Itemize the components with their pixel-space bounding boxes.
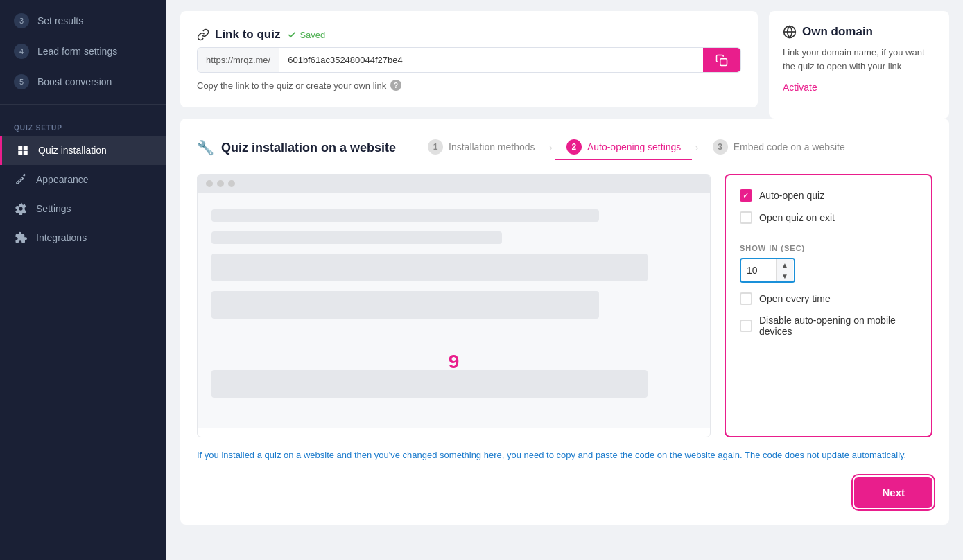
- activate-link[interactable]: Activate: [783, 82, 817, 93]
- url-input[interactable]: [279, 48, 703, 72]
- copy-icon: [715, 54, 728, 67]
- number-spinners: ▲ ▼: [776, 259, 793, 281]
- sidebar: 3 Set results 4 Lead form settings 5 Boo…: [0, 0, 166, 560]
- auto-open-label: Auto-open quiz: [759, 190, 824, 201]
- gear-icon: [14, 202, 28, 216]
- spin-down-button[interactable]: ▼: [777, 270, 793, 281]
- install-card: 🔧 Quiz installation on a website 1 Insta…: [180, 119, 949, 525]
- sidebar-item-label: Settings: [36, 203, 71, 214]
- svg-rect-0: [720, 58, 727, 65]
- sidebar-item-set-results[interactable]: 3 Set results: [0, 6, 166, 36]
- sidebar-item-integrations[interactable]: Integrations: [0, 223, 166, 252]
- skeleton-4: [211, 291, 599, 319]
- sidebar-item-lead-form[interactable]: 4 Lead form settings: [0, 36, 166, 67]
- tab-auto-opening[interactable]: 2 Auto-opening settings: [555, 135, 692, 160]
- globe-icon: [783, 25, 797, 39]
- next-button[interactable]: Next: [854, 477, 932, 508]
- open-every-time-label: Open every time: [759, 293, 831, 304]
- footer-row: Next: [197, 477, 932, 508]
- tab-num-2: 2: [566, 139, 582, 155]
- tabs: 1 Installation methods › 2 Auto-opening …: [417, 135, 856, 160]
- step-num-5: 5: [14, 74, 29, 89]
- brush-icon: [14, 173, 28, 186]
- install-header: 🔧 Quiz installation on a website 1 Insta…: [197, 135, 932, 160]
- show-in-label: SHOW IN (SEC): [740, 244, 917, 252]
- preview-body: 9: [198, 193, 710, 428]
- skeleton-2: [211, 231, 502, 244]
- skeleton-5: [211, 370, 648, 398]
- open-every-time-checkbox[interactable]: [740, 292, 752, 305]
- options-panel: Auto-open quiz Open quiz on exit SHOW IN…: [725, 174, 932, 437]
- open-on-exit-row: Open quiz on exit: [740, 211, 917, 224]
- sidebar-item-quiz-installation[interactable]: Quiz installation: [0, 136, 166, 165]
- main-content: Link to quiz Saved https://mrqz.me/ Copy…: [166, 0, 963, 560]
- preview-titlebar: [198, 175, 710, 193]
- spin-up-button[interactable]: ▲: [777, 259, 793, 270]
- tab-num-3: 3: [713, 139, 728, 155]
- grid-icon: [16, 143, 30, 157]
- link-title: Link to quiz: [197, 28, 280, 42]
- sidebar-item-label: Integrations: [36, 232, 87, 243]
- url-input-wrapper: https://mrqz.me/: [197, 47, 741, 73]
- url-prefix: https://mrqz.me/: [198, 48, 279, 72]
- open-on-exit-label: Open quiz on exit: [759, 212, 835, 223]
- dot-3: [228, 180, 235, 187]
- number-input-wrapper: ▲ ▼: [740, 258, 795, 283]
- sidebar-item-settings[interactable]: Settings: [0, 194, 166, 223]
- copy-button[interactable]: [703, 48, 740, 72]
- dot-1: [206, 180, 213, 187]
- tab-separator-2: ›: [695, 141, 698, 154]
- own-domain-desc: Link your domain name, if you want the q…: [783, 46, 935, 73]
- auto-open-checkbox[interactable]: [740, 189, 752, 202]
- tab-separator-1: ›: [549, 141, 553, 154]
- disable-mobile-checkbox[interactable]: [740, 320, 752, 332]
- sidebar-item-label: Boost conversion: [37, 76, 112, 87]
- info-text: If you installed a quiz on a website and…: [197, 448, 932, 463]
- sidebar-item-label: Quiz installation: [38, 145, 107, 156]
- link-to-quiz-card: Link to quiz Saved https://mrqz.me/ Copy…: [180, 11, 758, 107]
- content-area: 9 Auto-open quiz Open quiz on exit SHOW: [197, 174, 932, 437]
- skeleton-1: [211, 209, 599, 222]
- sidebar-item-label: Lead form settings: [37, 46, 117, 57]
- open-every-time-row: Open every time: [740, 292, 917, 305]
- divider-1: [740, 234, 917, 234]
- sidebar-item-label: Set results: [37, 15, 83, 26]
- disable-mobile-label: Disable auto-opening on mobile devices: [759, 315, 917, 337]
- tab-embed-code[interactable]: 3 Embed code on a website: [702, 135, 856, 160]
- dot-2: [217, 180, 224, 187]
- step-num-3: 3: [14, 13, 29, 28]
- link-icon: [197, 28, 209, 41]
- step-num-4: 4: [14, 44, 29, 59]
- preview-number: 9: [449, 351, 460, 373]
- check-icon: [287, 30, 297, 40]
- own-domain-title: Own domain: [783, 25, 935, 39]
- disable-mobile-row: Disable auto-opening on mobile devices: [740, 315, 917, 337]
- show-in-input[interactable]: [741, 261, 776, 280]
- link-hint: Copy the link to the quiz or create your…: [197, 80, 741, 91]
- puzzle-icon: [14, 231, 28, 245]
- preview-area: 9: [197, 174, 711, 437]
- auto-open-row: Auto-open quiz: [740, 189, 917, 202]
- help-icon[interactable]: ?: [390, 80, 401, 91]
- wrench-icon: 🔧: [197, 139, 214, 156]
- open-on-exit-checkbox[interactable]: [740, 211, 752, 224]
- top-cards-row: Link to quiz Saved https://mrqz.me/ Copy…: [180, 11, 949, 119]
- sidebar-section-label: QUIZ SETUP: [0, 112, 166, 136]
- sidebar-item-boost[interactable]: 5 Boost conversion: [0, 67, 166, 97]
- sidebar-item-label: Appearance: [36, 174, 89, 185]
- sidebar-item-appearance[interactable]: Appearance: [0, 165, 166, 194]
- saved-badge: Saved: [287, 30, 325, 40]
- install-title: Quiz installation on a website: [221, 141, 396, 155]
- own-domain-card: Own domain Link your domain name, if you…: [769, 11, 949, 119]
- skeleton-3: [211, 254, 648, 281]
- tab-installation-methods[interactable]: 1 Installation methods: [417, 135, 546, 160]
- tab-num-1: 1: [428, 139, 443, 155]
